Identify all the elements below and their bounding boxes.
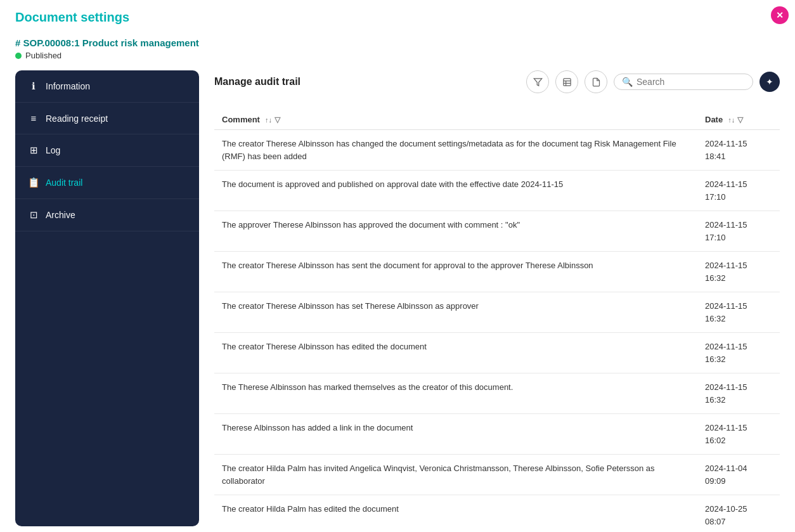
- comment-cell: The creator Therese Albinsson has sent t…: [214, 252, 697, 292]
- sidebar-item-label-reading-receipt: Reading receipt: [46, 114, 108, 124]
- app-container: ✕ Document settings # SOP.00008:1 Produc…: [0, 0, 795, 532]
- table-row: Therese Albinsson has added a link in th…: [214, 414, 780, 455]
- audit-trail-title: Manage audit trail: [214, 76, 301, 88]
- table-row: The creator Therese Albinsson has set Th…: [214, 292, 780, 333]
- sidebar-item-log[interactable]: ⊞ Log: [15, 134, 199, 167]
- comment-header: Comment ↑↓ ▽: [214, 110, 697, 130]
- date-cell: 2024-11-15 16:32: [697, 292, 780, 333]
- sidebar-item-label-archive: Archive: [46, 210, 75, 220]
- export-csv-button[interactable]: [555, 70, 578, 93]
- sidebar-item-label-audit-trail: Audit trail: [46, 178, 82, 188]
- date-cell: 2024-11-15 17:10: [697, 211, 780, 252]
- table-row: The Therese Albinsson has marked themsel…: [214, 373, 780, 414]
- comment-cell: Therese Albinsson has added a link in th…: [214, 414, 697, 455]
- date-filter-icon[interactable]: ▽: [737, 115, 743, 124]
- svg-rect-1: [563, 78, 570, 85]
- comment-sort-icon[interactable]: ↑↓: [265, 116, 272, 124]
- table-row: The creator Hilda Palm has edited the do…: [214, 495, 780, 527]
- audit-trail-icon: 📋: [28, 177, 39, 188]
- close-button[interactable]: ✕: [771, 6, 789, 24]
- export-pdf-button[interactable]: [585, 70, 607, 93]
- date-cell: 2024-11-15 16:32: [697, 252, 780, 292]
- status-label: Published: [25, 51, 61, 60]
- date-cell: 2024-11-04 09:09: [697, 455, 780, 495]
- doc-title: # SOP.00008:1 Product risk management: [15, 37, 780, 48]
- table-row: The approver Therese Albinsson has appro…: [214, 211, 780, 252]
- doc-status: Published: [15, 51, 780, 60]
- sidebar-item-label-information: Information: [46, 81, 90, 91]
- date-header: Date ↑↓ ▽: [697, 110, 780, 130]
- comment-cell: The document is approved and published o…: [214, 171, 697, 211]
- main-layout: ℹ Information ≡ Reading receipt ⊞ Log 📋 …: [15, 70, 780, 526]
- search-icon: 🔍: [622, 77, 633, 87]
- table-row: The document is approved and published o…: [214, 171, 780, 211]
- table-row: The creator Hilda Palm has invited Angel…: [214, 455, 780, 495]
- table-row: The creator Therese Albinsson has change…: [214, 130, 780, 171]
- audit-table: Comment ↑↓ ▽ Date ↑↓ ▽: [214, 110, 780, 526]
- date-cell: 2024-10-25 08:07: [697, 495, 780, 527]
- star-button[interactable]: ✦: [759, 72, 780, 92]
- date-cell: 2024-11-15 17:10: [697, 171, 780, 211]
- log-icon: ⊞: [28, 145, 39, 156]
- sidebar-item-reading-receipt[interactable]: ≡ Reading receipt: [15, 103, 199, 134]
- date-cell: 2024-11-15 16:32: [697, 373, 780, 414]
- info-icon: ℹ: [28, 81, 39, 92]
- audit-header: Manage audit trail: [214, 70, 780, 100]
- sidebar-item-audit-trail[interactable]: 📋 Audit trail: [15, 167, 199, 199]
- comment-cell: The creator Hilda Palm has invited Angel…: [214, 455, 697, 495]
- status-dot: [15, 53, 22, 59]
- filter-button[interactable]: [526, 70, 549, 93]
- date-cell: 2024-11-15 16:32: [697, 333, 780, 373]
- comment-cell: The creator Therese Albinsson has edited…: [214, 333, 697, 373]
- comment-cell: The Therese Albinsson has marked themsel…: [214, 373, 697, 414]
- table-header-row: Comment ↑↓ ▽ Date ↑↓ ▽: [214, 110, 780, 130]
- archive-icon: ⊡: [28, 209, 39, 221]
- sidebar-item-information[interactable]: ℹ Information: [15, 70, 199, 103]
- comment-cell: The creator Therese Albinsson has change…: [214, 130, 697, 171]
- comment-cell: The creator Therese Albinsson has set Th…: [214, 292, 697, 333]
- page-title: Document settings: [15, 10, 780, 25]
- sidebar: ℹ Information ≡ Reading receipt ⊞ Log 📋 …: [15, 70, 199, 526]
- doc-header: # SOP.00008:1 Product risk management Pu…: [15, 37, 780, 60]
- audit-table-body: The creator Therese Albinsson has change…: [214, 130, 780, 527]
- date-cell: 2024-11-15 18:41: [697, 130, 780, 171]
- comment-cell: The approver Therese Albinsson has appro…: [214, 211, 697, 252]
- search-input[interactable]: [637, 77, 738, 87]
- sidebar-item-archive[interactable]: ⊡ Archive: [15, 199, 199, 231]
- comment-cell: The creator Hilda Palm has edited the do…: [214, 495, 697, 527]
- pdf-icon: [591, 77, 601, 87]
- filter-icon: [533, 77, 543, 87]
- comment-filter-icon[interactable]: ▽: [275, 115, 280, 124]
- table-row: The creator Therese Albinsson has edited…: [214, 333, 780, 373]
- sidebar-item-label-log: Log: [46, 145, 60, 155]
- search-container: 🔍: [614, 74, 753, 90]
- date-sort-icon[interactable]: ↑↓: [728, 116, 735, 124]
- svg-marker-0: [534, 78, 542, 85]
- csv-icon: [562, 77, 572, 87]
- table-row: The creator Therese Albinsson has sent t…: [214, 252, 780, 292]
- reading-receipt-icon: ≡: [28, 113, 39, 124]
- content-area: Manage audit trail: [199, 70, 780, 526]
- date-cell: 2024-11-15 16:02: [697, 414, 780, 455]
